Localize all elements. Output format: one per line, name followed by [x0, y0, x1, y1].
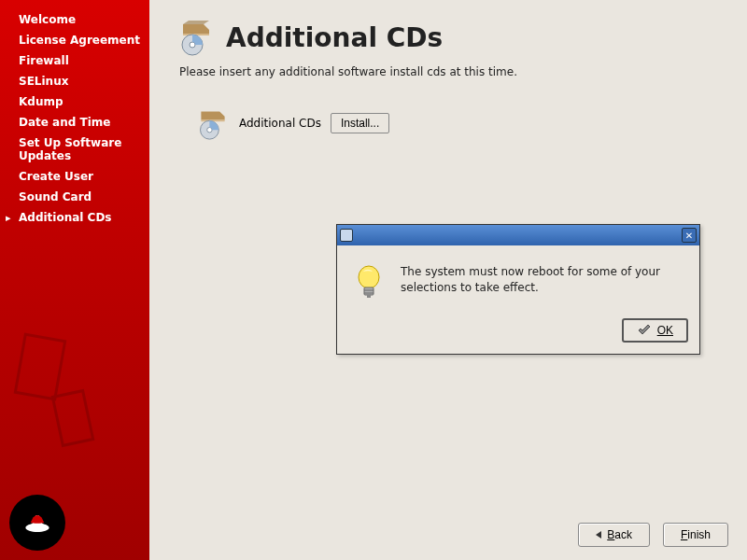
sidebar-item-welcome[interactable]: Welcome: [0, 9, 149, 30]
sidebar-item-selinux[interactable]: SELinux: [0, 71, 149, 91]
finish-label: Finish: [681, 528, 711, 541]
instruction-text: Please insert any additional software in…: [179, 65, 719, 78]
sidebar-item-label: SELinux: [19, 75, 68, 88]
main-content: Additional CDs Please insert any additio…: [149, 0, 747, 560]
sidebar-item-label: Additional CDs: [19, 211, 112, 224]
sidebar-item-license-agreement[interactable]: License Agreement: [0, 30, 149, 50]
cd-box-small-icon: [196, 106, 230, 140]
svg-point-4: [359, 266, 379, 288]
dialog-body: The system must now reboot for some of y…: [337, 245, 699, 313]
sidebar-item-software-updates[interactable]: Set Up Software Updates: [0, 133, 149, 166]
additional-cds-row: Additional CDs Install...: [196, 106, 719, 140]
footer-buttons: Back Finish: [578, 523, 728, 547]
sidebar-item-date-and-time[interactable]: Date and Time: [0, 112, 149, 133]
fedora-hat-icon: [21, 506, 54, 539]
svg-rect-8: [367, 295, 371, 298]
ok-button[interactable]: OK: [622, 318, 688, 343]
close-icon[interactable]: ✕: [682, 228, 697, 243]
dialog-footer: OK: [337, 313, 699, 354]
sidebar-item-label: Firewall: [19, 54, 69, 67]
sidebar-item-create-user[interactable]: Create User: [0, 166, 149, 187]
title-row: Additional CDs: [177, 19, 719, 56]
back-button[interactable]: Back: [578, 523, 650, 547]
sidebar-item-label: Sound Card: [19, 190, 92, 203]
sidebar-item-kdump[interactable]: Kdump: [0, 91, 149, 112]
sidebar-item-label: Kdump: [19, 95, 63, 108]
lightbulb-icon: [354, 264, 384, 301]
back-label: Back: [607, 528, 632, 541]
sidebar-item-label: License Agreement: [19, 34, 140, 47]
svg-rect-5: [364, 287, 374, 295]
svg-point-1: [190, 42, 195, 48]
sidebar-item-firewall[interactable]: Firewall: [0, 50, 149, 71]
page-title: Additional CDs: [226, 22, 443, 53]
sidebar: Welcome License Agreement Firewall SELin…: [0, 0, 149, 560]
setup-wizard-window: Welcome License Agreement Firewall SELin…: [0, 0, 747, 560]
dialog-menu-icon[interactable]: [340, 229, 353, 242]
reboot-dialog: ✕ The system must now reboot for some of…: [336, 224, 700, 355]
sidebar-item-label: Create User: [19, 170, 93, 183]
install-button[interactable]: Install...: [331, 113, 389, 133]
decorative-background: [0, 299, 149, 485]
sidebar-item-label: Date and Time: [19, 116, 110, 129]
ok-label: OK: [657, 324, 673, 337]
apply-icon: [637, 323, 652, 338]
sidebar-item-additional-cds[interactable]: Additional CDs: [0, 207, 149, 228]
dialog-message: The system must now reboot for some of y…: [401, 264, 683, 296]
sidebar-item-label: Welcome: [19, 13, 76, 26]
arrow-left-icon: [596, 531, 601, 539]
cd-box-icon: [177, 19, 215, 56]
sidebar-item-sound-card[interactable]: Sound Card: [0, 187, 149, 207]
finish-button[interactable]: Finish: [663, 523, 728, 547]
cd-row-label: Additional CDs: [239, 117, 321, 130]
dialog-titlebar[interactable]: ✕: [337, 225, 699, 245]
redhat-logo: [9, 495, 65, 551]
sidebar-item-label: Set Up Software Updates: [19, 136, 140, 162]
svg-point-3: [207, 128, 212, 133]
